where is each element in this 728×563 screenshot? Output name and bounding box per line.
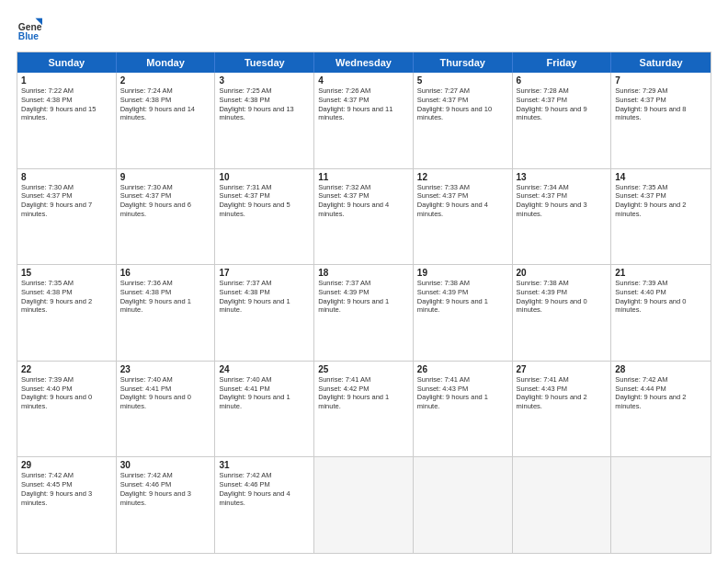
cell-info: Sunrise: 7:42 AM Sunset: 4:44 PM Dayligh… bbox=[615, 375, 707, 411]
calendar-cell: 15Sunrise: 7:35 AM Sunset: 4:38 PM Dayli… bbox=[17, 265, 117, 361]
cell-info: Sunrise: 7:38 AM Sunset: 4:39 PM Dayligh… bbox=[517, 279, 608, 315]
calendar-cell: 9Sunrise: 7:30 AM Sunset: 4:37 PM Daylig… bbox=[117, 169, 216, 265]
calendar-cell: 26Sunrise: 7:41 AM Sunset: 4:43 PM Dayli… bbox=[414, 362, 513, 457]
calendar-cell: 5Sunrise: 7:27 AM Sunset: 4:37 PM Daylig… bbox=[414, 73, 513, 168]
day-number: 29 bbox=[21, 460, 112, 470]
header-saturday: Saturday bbox=[611, 52, 711, 73]
day-number: 6 bbox=[517, 75, 608, 86]
cell-info: Sunrise: 7:35 AM Sunset: 4:37 PM Dayligh… bbox=[615, 183, 707, 219]
calendar-cell: 7Sunrise: 7:29 AM Sunset: 4:37 PM Daylig… bbox=[611, 73, 711, 168]
header-monday: Monday bbox=[117, 52, 216, 73]
calendar-cell: 16Sunrise: 7:36 AM Sunset: 4:38 PM Dayli… bbox=[117, 265, 216, 361]
cell-info: Sunrise: 7:40 AM Sunset: 4:41 PM Dayligh… bbox=[120, 375, 211, 411]
cell-info: Sunrise: 7:34 AM Sunset: 4:37 PM Dayligh… bbox=[517, 183, 608, 219]
cell-info: Sunrise: 7:41 AM Sunset: 4:42 PM Dayligh… bbox=[318, 375, 409, 411]
calendar-cell: 29Sunrise: 7:42 AM Sunset: 4:45 PM Dayli… bbox=[17, 457, 117, 553]
calendar-cell: 18Sunrise: 7:37 AM Sunset: 4:39 PM Dayli… bbox=[314, 265, 414, 361]
day-number: 12 bbox=[417, 172, 508, 182]
day-number: 1 bbox=[21, 75, 112, 86]
calendar-row-2: 8Sunrise: 7:30 AM Sunset: 4:37 PM Daylig… bbox=[17, 169, 711, 266]
calendar-cell: 31Sunrise: 7:42 AM Sunset: 4:46 PM Dayli… bbox=[215, 457, 314, 553]
calendar-cell: 17Sunrise: 7:37 AM Sunset: 4:38 PM Dayli… bbox=[215, 265, 314, 361]
calendar-row-5: 29Sunrise: 7:42 AM Sunset: 4:45 PM Dayli… bbox=[17, 457, 711, 553]
cell-info: Sunrise: 7:42 AM Sunset: 4:45 PM Dayligh… bbox=[21, 471, 112, 507]
day-number: 16 bbox=[120, 268, 211, 278]
cell-info: Sunrise: 7:28 AM Sunset: 4:37 PM Dayligh… bbox=[517, 86, 608, 122]
day-number: 17 bbox=[219, 268, 310, 278]
day-number: 19 bbox=[417, 268, 508, 278]
day-number: 27 bbox=[517, 364, 608, 374]
cell-info: Sunrise: 7:30 AM Sunset: 4:37 PM Dayligh… bbox=[21, 183, 112, 219]
day-number: 2 bbox=[120, 75, 211, 86]
calendar-cell: 22Sunrise: 7:39 AM Sunset: 4:40 PM Dayli… bbox=[17, 362, 117, 457]
day-number: 20 bbox=[517, 268, 608, 278]
header-friday: Friday bbox=[513, 52, 612, 73]
calendar-row-1: 1Sunrise: 7:22 AM Sunset: 4:38 PM Daylig… bbox=[17, 73, 711, 169]
calendar-cell: 28Sunrise: 7:42 AM Sunset: 4:44 PM Dayli… bbox=[611, 362, 711, 457]
calendar-cell: 21Sunrise: 7:39 AM Sunset: 4:40 PM Dayli… bbox=[611, 265, 711, 361]
day-number: 28 bbox=[615, 364, 707, 374]
day-number: 11 bbox=[318, 172, 409, 182]
calendar-cell: 25Sunrise: 7:41 AM Sunset: 4:42 PM Dayli… bbox=[314, 362, 414, 457]
day-number: 5 bbox=[417, 75, 508, 86]
day-number: 14 bbox=[615, 172, 707, 182]
calendar: Sunday Monday Tuesday Wednesday Thursday… bbox=[17, 52, 711, 554]
day-number: 15 bbox=[21, 268, 112, 278]
header-sunday: Sunday bbox=[17, 52, 117, 73]
calendar-cell: 13Sunrise: 7:34 AM Sunset: 4:37 PM Dayli… bbox=[513, 169, 612, 265]
day-number: 24 bbox=[219, 364, 310, 374]
calendar-cell: 30Sunrise: 7:42 AM Sunset: 4:46 PM Dayli… bbox=[117, 457, 216, 553]
calendar-cell: 3Sunrise: 7:25 AM Sunset: 4:38 PM Daylig… bbox=[215, 73, 314, 168]
day-number: 23 bbox=[120, 364, 211, 374]
calendar-header: Sunday Monday Tuesday Wednesday Thursday… bbox=[17, 52, 711, 73]
cell-info: Sunrise: 7:29 AM Sunset: 4:37 PM Dayligh… bbox=[615, 86, 707, 122]
cell-info: Sunrise: 7:41 AM Sunset: 4:43 PM Dayligh… bbox=[417, 375, 508, 411]
calendar-cell: 14Sunrise: 7:35 AM Sunset: 4:37 PM Dayli… bbox=[611, 169, 711, 265]
cell-info: Sunrise: 7:41 AM Sunset: 4:43 PM Dayligh… bbox=[517, 375, 608, 411]
calendar-body: 1Sunrise: 7:22 AM Sunset: 4:38 PM Daylig… bbox=[17, 73, 711, 553]
day-number: 30 bbox=[120, 460, 211, 470]
day-number: 3 bbox=[219, 75, 310, 86]
calendar-row-3: 15Sunrise: 7:35 AM Sunset: 4:38 PM Dayli… bbox=[17, 265, 711, 362]
day-number: 8 bbox=[21, 172, 112, 182]
calendar-cell bbox=[513, 457, 612, 553]
day-number: 7 bbox=[615, 75, 707, 86]
cell-info: Sunrise: 7:31 AM Sunset: 4:37 PM Dayligh… bbox=[219, 183, 310, 219]
day-number: 13 bbox=[517, 172, 608, 182]
calendar-cell: 11Sunrise: 7:32 AM Sunset: 4:37 PM Dayli… bbox=[314, 169, 414, 265]
cell-info: Sunrise: 7:33 AM Sunset: 4:37 PM Dayligh… bbox=[417, 183, 508, 219]
calendar-cell: 24Sunrise: 7:40 AM Sunset: 4:41 PM Dayli… bbox=[215, 362, 314, 457]
calendar-cell: 20Sunrise: 7:38 AM Sunset: 4:39 PM Dayli… bbox=[513, 265, 612, 361]
calendar-cell: 6Sunrise: 7:28 AM Sunset: 4:37 PM Daylig… bbox=[513, 73, 612, 168]
calendar-cell: 10Sunrise: 7:31 AM Sunset: 4:37 PM Dayli… bbox=[215, 169, 314, 265]
calendar-cell: 27Sunrise: 7:41 AM Sunset: 4:43 PM Dayli… bbox=[513, 362, 612, 457]
cell-info: Sunrise: 7:22 AM Sunset: 4:38 PM Dayligh… bbox=[21, 86, 112, 122]
calendar-row-4: 22Sunrise: 7:39 AM Sunset: 4:40 PM Dayli… bbox=[17, 362, 711, 458]
calendar-cell: 1Sunrise: 7:22 AM Sunset: 4:38 PM Daylig… bbox=[17, 73, 117, 168]
calendar-cell: 8Sunrise: 7:30 AM Sunset: 4:37 PM Daylig… bbox=[17, 169, 117, 265]
cell-info: Sunrise: 7:30 AM Sunset: 4:37 PM Dayligh… bbox=[120, 183, 211, 219]
day-number: 31 bbox=[219, 460, 310, 470]
cell-info: Sunrise: 7:37 AM Sunset: 4:38 PM Dayligh… bbox=[219, 279, 310, 315]
day-number: 4 bbox=[318, 75, 409, 86]
page: General Blue Sunday Monday Tuesday Wedne… bbox=[0, 0, 728, 563]
day-number: 18 bbox=[318, 268, 409, 278]
day-number: 25 bbox=[318, 364, 409, 374]
svg-text:Blue: Blue bbox=[18, 31, 40, 41]
cell-info: Sunrise: 7:25 AM Sunset: 4:38 PM Dayligh… bbox=[219, 86, 310, 122]
header-thursday: Thursday bbox=[414, 52, 513, 73]
cell-info: Sunrise: 7:42 AM Sunset: 4:46 PM Dayligh… bbox=[120, 471, 211, 507]
cell-info: Sunrise: 7:42 AM Sunset: 4:46 PM Dayligh… bbox=[219, 471, 310, 507]
calendar-cell: 4Sunrise: 7:26 AM Sunset: 4:37 PM Daylig… bbox=[314, 73, 414, 168]
day-number: 21 bbox=[615, 268, 707, 278]
cell-info: Sunrise: 7:39 AM Sunset: 4:40 PM Dayligh… bbox=[615, 279, 707, 315]
calendar-cell bbox=[611, 457, 711, 553]
header-wednesday: Wednesday bbox=[314, 52, 414, 73]
cell-info: Sunrise: 7:38 AM Sunset: 4:39 PM Dayligh… bbox=[417, 279, 508, 315]
calendar-cell: 2Sunrise: 7:24 AM Sunset: 4:38 PM Daylig… bbox=[117, 73, 216, 168]
calendar-cell bbox=[314, 457, 414, 553]
day-number: 26 bbox=[417, 364, 508, 374]
cell-info: Sunrise: 7:36 AM Sunset: 4:38 PM Dayligh… bbox=[120, 279, 211, 315]
cell-info: Sunrise: 7:32 AM Sunset: 4:37 PM Dayligh… bbox=[318, 183, 409, 219]
day-number: 9 bbox=[120, 172, 211, 182]
